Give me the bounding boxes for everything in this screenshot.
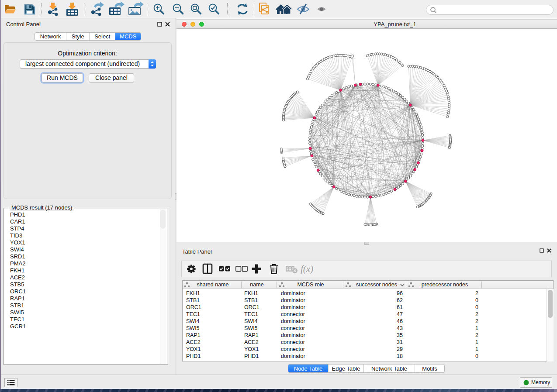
svg-text:f(x): f(x) (301, 264, 313, 274)
